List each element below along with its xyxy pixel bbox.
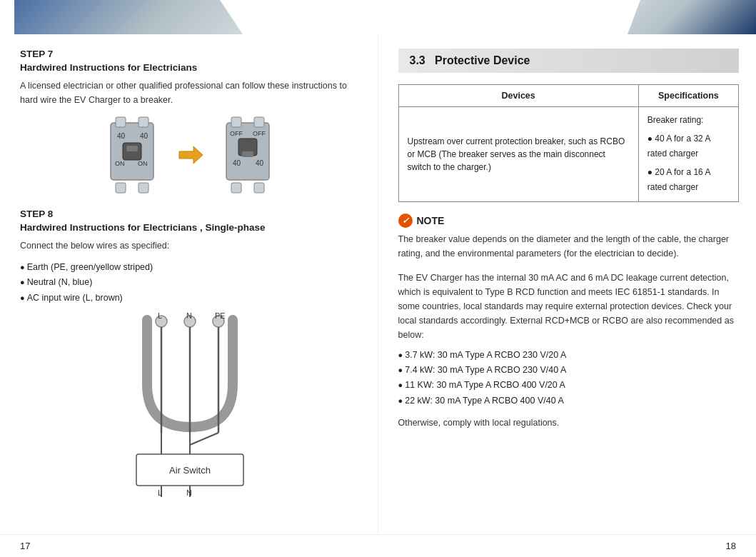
svg-rect-13 (231, 117, 241, 127)
header-shape-right (628, 0, 756, 34)
wiring-diagram-svg: L N PE Air Switch L N (119, 313, 261, 498)
note-bullet-2: 7.4 kW: 30 mA Type A RCBO 230 V/40 A (398, 363, 740, 378)
note-text2: The EV Charger has the internal 30 mA AC… (398, 271, 740, 342)
note-bullets: 3.7 kW: 30 mA Type A RCBO 230 V/20 A 7.4… (398, 348, 740, 408)
svg-rect-16 (254, 183, 264, 193)
svg-rect-3 (116, 183, 126, 193)
page-right: 18 (726, 541, 736, 551)
note-title: ✓ NOTE (398, 214, 740, 228)
svg-text:40: 40 (233, 159, 241, 167)
step8-section: STEP 8 Hardwired Instructions for Electr… (20, 209, 361, 306)
step8-subtitle: Hardwired Instructions for Electricians … (20, 222, 361, 233)
svg-text:L: L (158, 488, 162, 497)
svg-text:40: 40 (140, 132, 148, 140)
spec-bullet-2: ● 20 A for a 16 A rated charger (647, 165, 730, 196)
spec-header: Breaker rating: (647, 113, 730, 129)
step7-label: STEP 7 (20, 49, 361, 59)
note-text1: The breaker value depends on the diamete… (398, 232, 740, 261)
bullet-earth: Earth (PE, green/yellow striped) (20, 260, 361, 275)
svg-rect-22 (242, 151, 253, 157)
svg-marker-11 (179, 146, 203, 164)
svg-rect-14 (254, 117, 264, 127)
svg-line-34 (190, 433, 218, 445)
step7-subtitle: Hardwired Instructions for Electricians (20, 62, 361, 73)
section-title: 3.3 Protective Device (410, 54, 728, 67)
note-box: ✓ NOTE The breaker value depends on the … (398, 214, 740, 261)
header-bar (0, 0, 756, 34)
device-cell: Upstream over current protection breaker… (398, 107, 638, 202)
footer: 17 18 (0, 534, 756, 557)
svg-rect-2 (138, 117, 148, 127)
svg-text:OFF: OFF (253, 130, 266, 137)
svg-rect-4 (138, 183, 148, 193)
breaker-diagram: 40 40 ON ON OFF OFF (20, 116, 361, 194)
step7-text: A licensed electrician or other qualifie… (20, 79, 361, 107)
page-left: 17 (20, 541, 30, 551)
breaker-off-svg: OFF OFF 40 40 (216, 116, 280, 194)
svg-text:L: L (158, 313, 162, 320)
note-bullet-3: 11 KW: 30 mA Type A RCBO 400 V/20 A (398, 378, 740, 393)
header-right (378, 0, 757, 34)
table-row: Upstream over current protection breaker… (398, 107, 739, 202)
col-specs: Specifications (638, 85, 738, 107)
breaker-on-svg: 40 40 ON ON (100, 116, 164, 194)
content-area: STEP 7 Hardwired Instructions for Electr… (0, 34, 756, 534)
col-devices: Devices (398, 85, 638, 107)
step8-label: STEP 8 (20, 209, 361, 219)
svg-rect-10 (126, 146, 138, 151)
svg-text:ON: ON (115, 160, 125, 167)
spec-bullet-1: ● 40 A for a 32 A rated charger (647, 131, 730, 162)
left-column: STEP 7 Hardwired Instructions for Electr… (0, 34, 378, 534)
note-label: NOTE (417, 215, 445, 226)
header-shape-left (14, 0, 243, 34)
step8-bullets: Earth (PE, green/yellow striped) Neutral… (20, 260, 361, 306)
right-column: 3.3 Protective Device Devices Specificat… (378, 34, 757, 534)
step7-section: STEP 7 Hardwired Instructions for Electr… (20, 49, 361, 107)
section-header: 3.3 Protective Device (398, 49, 740, 73)
svg-text:PE: PE (215, 313, 226, 320)
note-icon: ✓ (398, 214, 413, 228)
svg-text:Air Switch: Air Switch (169, 465, 211, 476)
svg-text:40: 40 (256, 159, 264, 167)
arrow-svg (176, 141, 204, 169)
note-text3: Otherwise, comply with local regulations… (398, 416, 740, 430)
step8-intro: Connect the below wires as specified: (20, 239, 361, 253)
wiring-diagram-area: L N PE Air Switch L N (20, 313, 361, 498)
svg-text:ON: ON (138, 160, 148, 167)
svg-text:N: N (186, 313, 192, 320)
svg-rect-1 (116, 117, 126, 127)
svg-text:40: 40 (117, 132, 126, 140)
note-bullet-1: 3.7 kW: 30 mA Type A RCBO 230 V/20 A (398, 348, 740, 363)
svg-text:OFF: OFF (230, 130, 243, 137)
header-left (0, 0, 378, 34)
spec-cell: Breaker rating: ● 40 A for a 32 A rated … (638, 107, 738, 202)
svg-rect-15 (231, 183, 241, 193)
note-bullet-4: 22 kW: 30 mA Type A RCBO 400 V/40 A (398, 393, 740, 408)
svg-text:N: N (186, 488, 192, 497)
bullet-neutral: Neutral (N, blue) (20, 275, 361, 290)
spec-table: Devices Specifications Upstream over cur… (398, 84, 740, 202)
bullet-ac: AC input wire (L, brown) (20, 291, 361, 306)
